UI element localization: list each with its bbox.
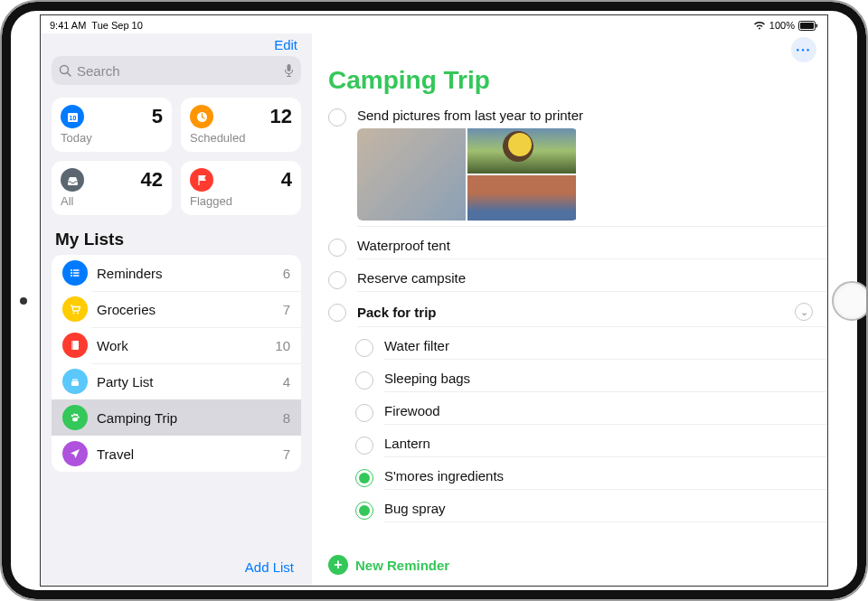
book-icon (62, 333, 88, 358)
list-count: 7 (283, 302, 290, 317)
reminder-checkbox[interactable] (355, 339, 373, 357)
reminder-item[interactable]: S'mores ingredients (328, 463, 827, 495)
smart-list-label: Scheduled (190, 131, 292, 145)
svg-point-30 (78, 417, 80, 418)
reminder-item[interactable]: Pack for trip⌄ (328, 297, 827, 333)
new-reminder-label: New Reminder (355, 558, 449, 573)
svg-line-4 (68, 73, 71, 77)
list-name: Groceries (97, 302, 274, 317)
reminder-checkbox[interactable] (355, 437, 373, 455)
reminder-text: Water filter (384, 338, 816, 353)
reminder-item[interactable]: Water filter (328, 333, 827, 365)
svg-point-14 (71, 275, 72, 277)
svg-point-13 (71, 272, 72, 274)
reminder-checkbox[interactable] (355, 469, 373, 487)
reminder-checkbox[interactable] (355, 371, 373, 390)
flag-icon (190, 168, 213, 192)
sidebar-list-camping-trip[interactable]: Camping Trip 8 (52, 399, 301, 436)
plus-icon: + (328, 555, 348, 575)
reminder-text: Waterproof tent (357, 238, 816, 253)
smart-list-scheduled[interactable]: 12 Scheduled (181, 98, 301, 152)
status-bar: 9:41 AM Tue Sep 10 100% (41, 15, 827, 33)
chevron-down-icon[interactable]: ⌄ (795, 303, 813, 321)
inbox-icon (61, 168, 84, 192)
clock-icon (190, 105, 213, 128)
screen: 9:41 AM Tue Sep 10 100% Edit (40, 14, 828, 587)
photo-thumbnail[interactable] (467, 175, 576, 221)
reminder-checkbox[interactable] (328, 271, 346, 289)
reminder-checkbox[interactable] (355, 404, 373, 422)
svg-point-23 (72, 379, 73, 380)
list-count: 7 (283, 446, 290, 462)
svg-point-19 (77, 313, 79, 315)
photo-thumbnail[interactable] (467, 128, 576, 174)
svg-point-28 (73, 413, 76, 416)
smart-list-today[interactable]: 10 5 Today (52, 98, 172, 152)
search-input[interactable]: Search (52, 56, 301, 85)
status-date: Tue Sep 10 (91, 20, 142, 31)
paw-icon (62, 405, 88, 430)
reminder-text: Lantern (384, 436, 816, 451)
reminder-item[interactable]: Lantern (328, 430, 827, 463)
reminder-checkbox[interactable] (328, 108, 346, 127)
smart-list-label: Today (61, 131, 163, 145)
list-icon (62, 260, 88, 286)
sidebar-list-party-list[interactable]: Party List 4 (52, 363, 301, 399)
sidebar-list-travel[interactable]: Travel 7 (52, 436, 301, 472)
svg-rect-22 (71, 381, 79, 386)
reminder-item[interactable]: Send pictures from last year to printer (328, 102, 827, 232)
smart-list-count: 12 (270, 105, 292, 128)
reminder-text: Send pictures from last year to printer (357, 108, 816, 123)
svg-point-18 (73, 313, 75, 315)
reminder-text: Sleeping bags (384, 371, 816, 386)
list-name: Reminders (97, 266, 274, 281)
smart-list-count: 5 (152, 105, 163, 128)
svg-rect-21 (71, 341, 73, 350)
reminder-item[interactable]: Firewood (328, 398, 827, 430)
svg-rect-5 (288, 64, 291, 71)
smart-list-label: Flagged (190, 194, 292, 208)
list-title: Camping Trip (312, 62, 827, 102)
list-name: Party List (97, 374, 274, 390)
reminder-checkbox[interactable] (355, 502, 373, 520)
wifi-icon (753, 21, 766, 30)
mic-icon[interactable] (284, 63, 294, 78)
reminder-item[interactable]: Waterproof tent (328, 232, 827, 265)
reminder-item[interactable]: Sleeping bags (328, 365, 827, 398)
reminder-checkbox[interactable] (328, 304, 346, 322)
sidebar-list-work[interactable]: Work 10 (52, 327, 301, 363)
list-count: 10 (275, 338, 290, 353)
device-frame: 9:41 AM Tue Sep 10 100% Edit (0, 0, 868, 601)
edit-button[interactable]: Edit (274, 37, 297, 52)
search-icon (59, 64, 71, 77)
list-name: Camping Trip (97, 410, 274, 426)
reminder-text: Reserve campsite (357, 270, 816, 286)
search-placeholder: Search (77, 63, 278, 79)
reminder-item[interactable]: Reserve campsite (328, 265, 827, 297)
reminder-item[interactable]: Bug spray (328, 495, 827, 528)
add-list-button[interactable]: Add List (52, 550, 301, 586)
photo-thumbnail[interactable] (357, 128, 466, 221)
sidebar: Edit Search 10 5 Today 12 Sche (41, 33, 312, 586)
main-list: ●●● Camping Trip Send pictures from last… (312, 33, 827, 586)
home-button[interactable] (832, 281, 868, 321)
smart-list-flagged[interactable]: 4 Flagged (181, 161, 301, 215)
svg-point-25 (76, 379, 77, 380)
svg-point-26 (72, 418, 78, 422)
sidebar-list-groceries[interactable]: Groceries 7 (52, 291, 301, 327)
cart-icon (62, 296, 88, 322)
smart-list-all[interactable]: 42 All (52, 161, 172, 215)
list-name: Work (97, 338, 266, 353)
list-name: Travel (97, 446, 274, 462)
new-reminder-button[interactable]: + New Reminder (312, 544, 827, 586)
sidebar-list-reminders[interactable]: Reminders 6 (52, 255, 301, 291)
reminder-checkbox[interactable] (328, 239, 346, 257)
smart-list-count: 4 (281, 168, 292, 192)
cake-icon (62, 369, 88, 394)
smart-lists: 10 5 Today 12 Scheduled 42 All 4 Flagged (52, 98, 301, 215)
reminder-text: S'mores ingredients (384, 468, 816, 484)
reminder-attachments[interactable] (357, 128, 578, 221)
more-button[interactable]: ●●● (791, 37, 816, 62)
svg-rect-2 (816, 23, 818, 27)
battery-icon (798, 21, 818, 31)
